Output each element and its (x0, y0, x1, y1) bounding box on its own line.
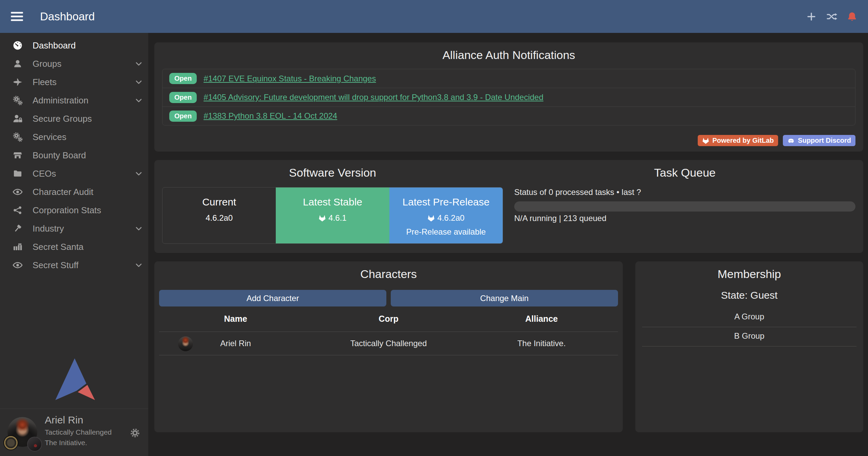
bottom-row: Characters Add Character Change Main Nam… (154, 261, 863, 432)
character-avatar (178, 336, 193, 351)
eye-icon (12, 187, 24, 197)
sidebar-item-label: Administration (33, 95, 134, 106)
sidebar-item-secret-stuff[interactable]: Secret Stuff (0, 256, 148, 274)
gitlab-badge[interactable]: Powered by GitLab (698, 135, 778, 146)
task-queue-counts: N/A running | 213 queued (514, 214, 855, 223)
main-content: Alliance Auth Notifications Open #1407 E… (148, 33, 868, 456)
folder-icon (12, 168, 24, 179)
character-name-cell: Ariel Rin (159, 339, 312, 348)
change-main-button[interactable]: Change Main (391, 290, 618, 306)
membership-groups: A Group B Group (642, 308, 856, 346)
chevron-down-icon (134, 77, 143, 87)
sidebar-item-character-audit[interactable]: Character Audit (0, 183, 148, 201)
sidebar-item-label: Services (33, 132, 143, 142)
add-character-button[interactable]: Add Character (159, 290, 386, 306)
sidebar-item-industry[interactable]: Industry (0, 219, 148, 238)
share-icon (12, 205, 24, 215)
sidebar-item-label: Corporation Stats (33, 205, 143, 216)
navbar-icons (806, 11, 858, 22)
sidebar-item-label: CEOs (33, 168, 134, 179)
sidebar-item-label: Dashboard (33, 40, 143, 51)
store-icon (12, 150, 24, 160)
sidebar-item-dashboard[interactable]: Dashboard (0, 36, 148, 55)
characters-table-header: Name Corp Alliance (159, 314, 618, 332)
sidebar-item-ceos[interactable]: CEOs (0, 164, 148, 183)
eye-icon (12, 260, 24, 270)
alliance-logo (27, 437, 42, 452)
version-value: 4.6.2a0 (206, 213, 233, 223)
chevron-down-icon (134, 224, 143, 233)
task-queue-section: Task Queue Status of 0 processed tasks •… (514, 160, 855, 253)
sidebar-item-bounty-board[interactable]: Bounty Board (0, 146, 148, 164)
sidebar-item-secure-groups[interactable]: Secure Groups (0, 110, 148, 128)
status-badge: Open (169, 73, 197, 84)
notifications-panel: Alliance Auth Notifications Open #1407 E… (154, 42, 863, 152)
chevron-down-icon (134, 59, 143, 68)
version-value: 4.6.1 (328, 213, 346, 223)
chevron-down-icon (134, 169, 143, 178)
settings-gear-icon[interactable] (129, 427, 141, 439)
alliance-auth-logo (54, 358, 95, 401)
notifications-title: Alliance Auth Notifications (154, 42, 863, 62)
sidebar-item-label: Fleets (33, 77, 134, 87)
sidebar-item-secret-santa[interactable]: Secret Santa (0, 238, 148, 256)
task-queue-title: Task Queue (514, 160, 855, 179)
characters-buttons: Add Character Change Main (159, 290, 618, 306)
membership-title: Membership (635, 261, 863, 281)
list-item: Open #1407 EVE Equinox Status - Breaking… (162, 69, 855, 88)
version-boxes: Current 4.6.2a0 Latest Stable 4.6.1 Late… (162, 187, 503, 244)
page-title: Dashboard (40, 10, 95, 23)
version-label: Latest Stable (276, 196, 389, 208)
version-latest-prerelease[interactable]: Latest Pre-Release 4.6.2a0 Pre-Release a… (389, 187, 503, 243)
gitlab-icon (702, 137, 709, 144)
plus-icon[interactable] (806, 11, 817, 22)
gears-icon (12, 132, 24, 142)
hammer-icon (12, 223, 24, 234)
discord-icon (787, 137, 795, 144)
top-navbar: Dashboard (0, 0, 868, 33)
shuffle-icon[interactable] (826, 11, 837, 22)
notification-link[interactable]: #1407 EVE Equinox Status - Breaking Chan… (204, 74, 376, 83)
notification-link[interactable]: #1383 Python 3.8 EOL - 14 Oct 2024 (204, 111, 337, 121)
list-item: Open #1405 Advisory: Future development … (162, 88, 855, 106)
software-version-section: Software Version Current 4.6.2a0 Latest … (162, 160, 503, 253)
table-row: Ariel Rin Tactically Challenged The Init… (159, 332, 618, 355)
membership-state: State: Guest (635, 290, 863, 301)
gitlab-badge-label: Powered by GitLab (712, 137, 774, 144)
sidebar-item-corporation-stats[interactable]: Corporation Stats (0, 201, 148, 219)
notification-bell-icon[interactable] (846, 11, 858, 22)
character-corp-cell: Tactically Challenged (312, 339, 465, 348)
character-alliance-cell: The Initiative. (465, 339, 618, 348)
notification-link[interactable]: #1405 Advisory: Future development will … (204, 93, 543, 102)
sidebar-item-fleets[interactable]: Fleets (0, 73, 148, 91)
list-item: Open #1383 Python 3.8 EOL - 14 Oct 2024 (162, 106, 855, 125)
status-badge: Open (169, 111, 197, 122)
sidebar-item-label: Bounty Board (33, 150, 143, 161)
discord-badge[interactable]: Support Discord (783, 135, 855, 146)
version-current: Current 4.6.2a0 (162, 187, 276, 243)
sidebar-item-administration[interactable]: Administration (0, 91, 148, 110)
notifications-list: Open #1407 EVE Equinox Status - Breaking… (162, 69, 855, 125)
list-item: B Group (642, 327, 856, 346)
task-queue-status: Status of 0 processed tasks • last ? (514, 187, 855, 197)
sidebar-menu: Dashboard Groups Fleets (0, 33, 148, 274)
status-badge: Open (169, 92, 197, 103)
sidebar-item-groups[interactable]: Groups (0, 55, 148, 73)
gifts-icon (12, 242, 24, 252)
discord-badge-label: Support Discord (798, 137, 851, 144)
sidebar-item-label: Groups (33, 59, 134, 69)
jet-icon (12, 77, 24, 87)
sidebar-item-label: Secret Santa (33, 242, 143, 252)
membership-panel: Membership State: Guest A Group B Group (635, 261, 863, 432)
characters-title: Characters (154, 261, 623, 281)
user-panel: Ariel Rin Tactically Challenged The Init… (0, 409, 148, 456)
chevron-down-icon (134, 260, 143, 270)
sidebar-item-services[interactable]: Services (0, 128, 148, 146)
software-taskqueue-panel: Software Version Current 4.6.2a0 Latest … (154, 160, 863, 253)
version-latest-stable[interactable]: Latest Stable 4.6.1 (276, 187, 389, 243)
user-avatar (7, 417, 37, 447)
characters-panel: Characters Add Character Change Main Nam… (154, 261, 623, 432)
sidebar-item-label: Character Audit (33, 187, 143, 197)
sidebar: Dashboard Groups Fleets (0, 33, 148, 456)
menu-toggle-button[interactable] (11, 10, 23, 23)
